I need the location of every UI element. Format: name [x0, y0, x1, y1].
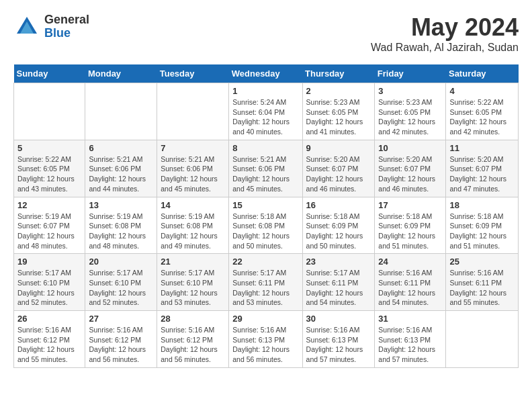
- calendar-header-tuesday: Tuesday: [157, 64, 229, 83]
- day-number: 30: [306, 314, 371, 324]
- day-number: 29: [232, 314, 298, 324]
- day-number: 1: [232, 86, 298, 96]
- day-number: 8: [232, 143, 298, 153]
- calendar-day-29: 29Sunrise: 5:16 AM Sunset: 6:13 PM Dayli…: [229, 311, 302, 368]
- calendar-week-row: 1Sunrise: 5:24 AM Sunset: 6:04 PM Daylig…: [14, 83, 519, 140]
- day-info: Sunrise: 5:17 AM Sunset: 6:10 PM Dayligh…: [17, 268, 81, 308]
- day-info: Sunrise: 5:23 AM Sunset: 6:05 PM Dayligh…: [306, 97, 371, 137]
- day-number: 5: [17, 143, 81, 153]
- day-number: 28: [161, 314, 225, 324]
- day-info: Sunrise: 5:16 AM Sunset: 6:11 PM Dayligh…: [378, 268, 442, 308]
- calendar-day-16: 16Sunrise: 5:18 AM Sunset: 6:09 PM Dayli…: [302, 197, 375, 254]
- day-number: 23: [306, 257, 371, 267]
- calendar-day-15: 15Sunrise: 5:18 AM Sunset: 6:08 PM Dayli…: [229, 197, 302, 254]
- day-number: 4: [449, 86, 515, 96]
- calendar-header-wednesday: Wednesday: [229, 64, 302, 83]
- page-header: General Blue May 2024 Wad Rawah, Al Jazi…: [13, 13, 519, 54]
- day-info: Sunrise: 5:18 AM Sunset: 6:08 PM Dayligh…: [232, 212, 298, 251]
- calendar-day-10: 10Sunrise: 5:20 AM Sunset: 6:07 PM Dayli…: [375, 140, 446, 197]
- calendar-header-saturday: Saturday: [446, 64, 519, 83]
- day-info: Sunrise: 5:16 AM Sunset: 6:11 PM Dayligh…: [449, 268, 515, 308]
- calendar-day-26: 26Sunrise: 5:16 AM Sunset: 6:12 PM Dayli…: [14, 311, 85, 368]
- calendar-header-thursday: Thursday: [302, 64, 375, 83]
- logo-text: General Blue: [44, 13, 89, 40]
- day-info: Sunrise: 5:19 AM Sunset: 6:08 PM Dayligh…: [161, 212, 225, 251]
- day-info: Sunrise: 5:19 AM Sunset: 6:07 PM Dayligh…: [17, 212, 81, 251]
- calendar-day-2: 2Sunrise: 5:23 AM Sunset: 6:05 PM Daylig…: [302, 83, 375, 140]
- day-info: Sunrise: 5:16 AM Sunset: 6:12 PM Dayligh…: [17, 325, 81, 365]
- day-info: Sunrise: 5:17 AM Sunset: 6:11 PM Dayligh…: [232, 268, 298, 308]
- day-number: 16: [306, 200, 371, 210]
- day-info: Sunrise: 5:20 AM Sunset: 6:07 PM Dayligh…: [449, 154, 515, 194]
- day-number: 26: [17, 314, 81, 324]
- calendar-header-friday: Friday: [375, 64, 446, 83]
- calendar-day-23: 23Sunrise: 5:17 AM Sunset: 6:11 PM Dayli…: [302, 254, 375, 311]
- calendar-day-11: 11Sunrise: 5:20 AM Sunset: 6:07 PM Dayli…: [446, 140, 519, 197]
- calendar-week-row: 19Sunrise: 5:17 AM Sunset: 6:10 PM Dayli…: [14, 254, 519, 311]
- day-info: Sunrise: 5:24 AM Sunset: 6:04 PM Dayligh…: [232, 97, 298, 137]
- day-info: Sunrise: 5:21 AM Sunset: 6:06 PM Dayligh…: [89, 154, 153, 194]
- calendar-day-19: 19Sunrise: 5:17 AM Sunset: 6:10 PM Dayli…: [14, 254, 85, 311]
- day-info: Sunrise: 5:16 AM Sunset: 6:13 PM Dayligh…: [306, 325, 371, 365]
- day-info: Sunrise: 5:18 AM Sunset: 6:09 PM Dayligh…: [449, 212, 515, 251]
- logo-blue: Blue: [44, 27, 89, 40]
- day-info: Sunrise: 5:20 AM Sunset: 6:07 PM Dayligh…: [306, 154, 371, 194]
- calendar-day-14: 14Sunrise: 5:19 AM Sunset: 6:08 PM Dayli…: [157, 197, 229, 254]
- calendar-empty-cell: [85, 83, 157, 140]
- day-number: 13: [89, 200, 153, 210]
- calendar-header-row: SundayMondayTuesdayWednesdayThursdayFrid…: [14, 64, 519, 83]
- location-title: Wad Rawah, Al Jazirah, Sudan: [371, 42, 519, 54]
- day-info: Sunrise: 5:17 AM Sunset: 6:11 PM Dayligh…: [306, 268, 371, 308]
- calendar-week-row: 5Sunrise: 5:22 AM Sunset: 6:05 PM Daylig…: [14, 140, 519, 197]
- day-info: Sunrise: 5:16 AM Sunset: 6:13 PM Dayligh…: [232, 325, 298, 365]
- calendar-day-28: 28Sunrise: 5:16 AM Sunset: 6:12 PM Dayli…: [157, 311, 229, 368]
- logo: General Blue: [13, 13, 89, 40]
- day-number: 22: [232, 257, 298, 267]
- calendar-day-18: 18Sunrise: 5:18 AM Sunset: 6:09 PM Dayli…: [446, 197, 519, 254]
- day-number: 19: [17, 257, 81, 267]
- title-section: May 2024 Wad Rawah, Al Jazirah, Sudan: [371, 13, 519, 54]
- day-info: Sunrise: 5:22 AM Sunset: 6:05 PM Dayligh…: [17, 154, 81, 194]
- calendar-day-9: 9Sunrise: 5:20 AM Sunset: 6:07 PM Daylig…: [302, 140, 375, 197]
- day-number: 17: [378, 200, 442, 210]
- day-info: Sunrise: 5:21 AM Sunset: 6:06 PM Dayligh…: [161, 154, 225, 194]
- logo-general: General: [44, 13, 89, 27]
- calendar-day-3: 3Sunrise: 5:23 AM Sunset: 6:05 PM Daylig…: [375, 83, 446, 140]
- day-number: 21: [161, 257, 225, 267]
- calendar-day-22: 22Sunrise: 5:17 AM Sunset: 6:11 PM Dayli…: [229, 254, 302, 311]
- calendar-day-17: 17Sunrise: 5:18 AM Sunset: 6:09 PM Dayli…: [375, 197, 446, 254]
- calendar-day-31: 31Sunrise: 5:16 AM Sunset: 6:13 PM Dayli…: [375, 311, 446, 368]
- day-info: Sunrise: 5:23 AM Sunset: 6:05 PM Dayligh…: [378, 97, 442, 137]
- day-number: 20: [89, 257, 153, 267]
- day-info: Sunrise: 5:16 AM Sunset: 6:13 PM Dayligh…: [378, 325, 442, 365]
- day-info: Sunrise: 5:17 AM Sunset: 6:10 PM Dayligh…: [161, 268, 225, 308]
- calendar-day-12: 12Sunrise: 5:19 AM Sunset: 6:07 PM Dayli…: [14, 197, 85, 254]
- calendar-header-monday: Monday: [85, 64, 157, 83]
- calendar-day-5: 5Sunrise: 5:22 AM Sunset: 6:05 PM Daylig…: [14, 140, 85, 197]
- day-number: 15: [232, 200, 298, 210]
- calendar-day-24: 24Sunrise: 5:16 AM Sunset: 6:11 PM Dayli…: [375, 254, 446, 311]
- day-info: Sunrise: 5:20 AM Sunset: 6:07 PM Dayligh…: [378, 154, 442, 194]
- day-number: 6: [89, 143, 153, 153]
- day-number: 9: [306, 143, 371, 153]
- day-number: 2: [306, 86, 371, 96]
- calendar-day-4: 4Sunrise: 5:22 AM Sunset: 6:05 PM Daylig…: [446, 83, 519, 140]
- month-title: May 2024: [371, 13, 519, 42]
- calendar-day-13: 13Sunrise: 5:19 AM Sunset: 6:08 PM Dayli…: [85, 197, 157, 254]
- day-info: Sunrise: 5:18 AM Sunset: 6:09 PM Dayligh…: [306, 212, 371, 251]
- day-info: Sunrise: 5:17 AM Sunset: 6:10 PM Dayligh…: [89, 268, 153, 308]
- day-info: Sunrise: 5:22 AM Sunset: 6:05 PM Dayligh…: [449, 97, 515, 137]
- calendar-day-1: 1Sunrise: 5:24 AM Sunset: 6:04 PM Daylig…: [229, 83, 302, 140]
- calendar-day-30: 30Sunrise: 5:16 AM Sunset: 6:13 PM Dayli…: [302, 311, 375, 368]
- day-number: 14: [161, 200, 225, 210]
- day-number: 11: [449, 143, 515, 153]
- day-number: 25: [449, 257, 515, 267]
- day-info: Sunrise: 5:19 AM Sunset: 6:08 PM Dayligh…: [89, 212, 153, 251]
- calendar-day-8: 8Sunrise: 5:21 AM Sunset: 6:06 PM Daylig…: [229, 140, 302, 197]
- day-info: Sunrise: 5:18 AM Sunset: 6:09 PM Dayligh…: [378, 212, 442, 251]
- day-number: 7: [161, 143, 225, 153]
- logo-icon: [13, 13, 40, 40]
- calendar-week-row: 26Sunrise: 5:16 AM Sunset: 6:12 PM Dayli…: [14, 311, 519, 368]
- calendar-day-20: 20Sunrise: 5:17 AM Sunset: 6:10 PM Dayli…: [85, 254, 157, 311]
- calendar-day-21: 21Sunrise: 5:17 AM Sunset: 6:10 PM Dayli…: [157, 254, 229, 311]
